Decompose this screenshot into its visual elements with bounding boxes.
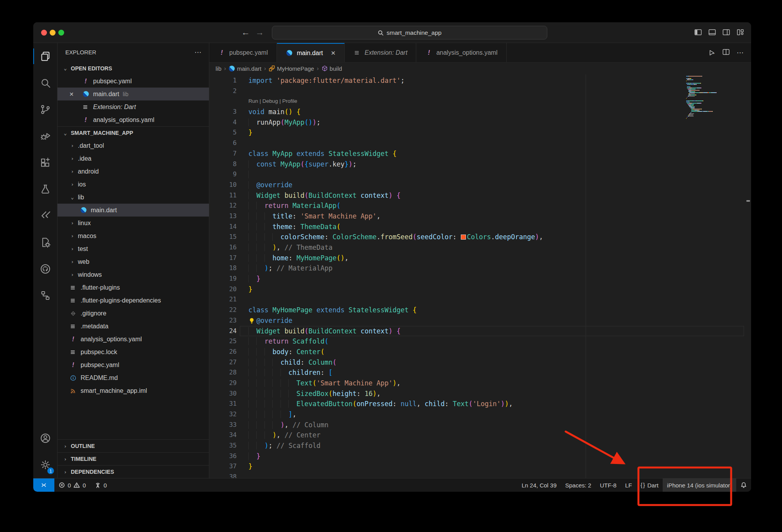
tree-item-pubspec.lock[interactable]: pubspec.lock bbox=[58, 346, 209, 358]
code-line-29[interactable]: 29 Text('Smart Machine App'), bbox=[209, 378, 751, 389]
status-device-selector[interactable]: iPhone 14 (ios simulator) bbox=[663, 478, 736, 492]
tree-item-windows[interactable]: ›windows bbox=[58, 268, 209, 281]
code-line-31[interactable]: 31 ElevatedButton(onPressed: null, child… bbox=[209, 399, 751, 409]
status-ports[interactable]: 0 bbox=[90, 478, 111, 492]
tab-main.dart[interactable]: main.dart✕ bbox=[277, 43, 345, 62]
code-editor[interactable]: 1import 'package:flutter/material.dart';… bbox=[209, 74, 751, 478]
open-editor-Extension: Dart[interactable]: Extension: Dart bbox=[58, 100, 209, 113]
toggle-primary-sidebar-icon[interactable] bbox=[694, 28, 703, 38]
code-line-38[interactable]: 38 bbox=[209, 472, 751, 478]
activity-explorer[interactable] bbox=[33, 43, 57, 70]
code-line-9[interactable]: 9 bbox=[209, 169, 751, 180]
run-file-icon[interactable]: ⌄ bbox=[707, 48, 715, 57]
status-indentation[interactable]: Spaces: 2 bbox=[561, 478, 596, 492]
activity-run-config[interactable] bbox=[33, 229, 57, 256]
breadcrumb-build[interactable]: build bbox=[322, 65, 342, 72]
zoom-window-button[interactable] bbox=[58, 30, 64, 36]
code-line-14[interactable]: 14 theme: ThemeData( bbox=[209, 222, 751, 232]
close-icon[interactable]: ✕ bbox=[331, 50, 336, 57]
status-eol[interactable]: LF bbox=[621, 478, 636, 492]
tab-Extension: Dart[interactable]: Extension: Dart bbox=[345, 43, 416, 62]
activity-github[interactable] bbox=[33, 256, 57, 282]
tree-item-README.md[interactable]: README.md bbox=[58, 371, 209, 384]
code-line-30[interactable]: 30 SizedBox(height: 16), bbox=[209, 389, 751, 399]
code-line-2[interactable]: 2 bbox=[209, 86, 751, 97]
project-section-header[interactable]: ⌄ SMART_MACHINE_APP bbox=[58, 126, 209, 139]
code-line-27[interactable]: 27 child: Column( bbox=[209, 357, 751, 368]
tree-item-pubspec.yaml[interactable]: !pubspec.yaml bbox=[58, 358, 209, 371]
code-line-17[interactable]: 17 home: MyHomePage(), bbox=[209, 253, 751, 263]
activity-source-control[interactable] bbox=[33, 96, 57, 123]
tree-item-macos[interactable]: ›macos bbox=[58, 229, 209, 242]
code-line-19[interactable]: 19 } bbox=[209, 274, 751, 284]
code-line-6[interactable]: 6 bbox=[209, 138, 751, 149]
navigate-back-button[interactable]: ← bbox=[241, 27, 250, 38]
tree-item-main.dart[interactable]: main.dart bbox=[58, 204, 209, 217]
tree-item-linux[interactable]: ›linux bbox=[58, 217, 209, 229]
navigate-forward-button[interactable]: → bbox=[255, 27, 264, 38]
close-window-button[interactable] bbox=[41, 30, 47, 36]
split-editor-icon[interactable] bbox=[722, 48, 730, 58]
status-remote-indicator[interactable] bbox=[33, 478, 54, 492]
open-editors-section-header[interactable]: ⌄ OPEN EDITORS bbox=[58, 62, 209, 75]
tree-item-smart_machine_app.iml[interactable]: smart_machine_app.iml bbox=[58, 384, 209, 397]
customize-layout-icon[interactable] bbox=[736, 28, 745, 38]
section-timeline[interactable]: ›TIMELINE bbox=[58, 452, 209, 465]
tree-item-.metadata[interactable]: .metadata bbox=[58, 320, 209, 333]
open-editor-main.dart[interactable]: ✕main.dartlib bbox=[58, 88, 209, 100]
tree-item-ios[interactable]: ›ios bbox=[58, 178, 209, 191]
tree-item-web[interactable]: ›web bbox=[58, 255, 209, 268]
tree-item-android[interactable]: ›android bbox=[58, 165, 209, 178]
code-line-37[interactable]: 37} bbox=[209, 461, 751, 472]
status-problems[interactable]: 00 bbox=[54, 478, 90, 492]
breadcrumb-main.dart[interactable]: main.dart bbox=[229, 65, 262, 72]
scrollbar-thumb[interactable] bbox=[746, 200, 750, 202]
tree-item-.flutter-plugins[interactable]: .flutter-plugins bbox=[58, 281, 209, 294]
code-line-21[interactable]: 21 bbox=[209, 294, 751, 305]
tree-item-analysis_options.yaml[interactable]: !analysis_options.yaml bbox=[58, 333, 209, 346]
more-actions-icon[interactable]: ⋯ bbox=[737, 48, 744, 57]
code-line-32[interactable]: 32 ], bbox=[209, 409, 751, 420]
code-line-11[interactable]: 11 Widget build(BuildContext context) { bbox=[209, 190, 751, 201]
explorer-more-actions-icon[interactable]: ⋯ bbox=[194, 48, 202, 57]
code-line-26[interactable]: 26 body: Center( bbox=[209, 347, 751, 357]
tree-item-.idea[interactable]: ›.idea bbox=[58, 152, 209, 165]
tree-item-.dart_tool[interactable]: ›.dart_tool bbox=[58, 139, 209, 152]
activity-testing[interactable] bbox=[33, 176, 57, 202]
activity-settings[interactable]: 1 bbox=[33, 451, 57, 478]
code-line-34[interactable]: 34 ), // Center bbox=[209, 430, 751, 441]
breadcrumb-lib[interactable]: lib bbox=[216, 65, 221, 72]
tree-item-test[interactable]: ›test bbox=[58, 242, 209, 255]
activity-accounts[interactable] bbox=[33, 425, 57, 451]
code-line-18[interactable]: 18 ); // MaterialApp bbox=[209, 263, 751, 274]
code-line-22[interactable]: 22class MyHomePage extends StatelessWidg… bbox=[209, 305, 751, 315]
code-line-23[interactable]: 23@override bbox=[209, 315, 751, 326]
code-line-3[interactable]: 3void main() { bbox=[209, 107, 751, 117]
command-center-search[interactable]: smart_machine_app bbox=[272, 26, 547, 39]
toggle-panel-icon[interactable] bbox=[708, 28, 717, 38]
activity-project-manager[interactable] bbox=[33, 282, 57, 309]
tree-item-lib[interactable]: ⌄lib bbox=[58, 191, 209, 204]
code-line-35[interactable]: 35 ); // Scaffold bbox=[209, 441, 751, 451]
code-line-12[interactable]: 12 return MaterialApp( bbox=[209, 201, 751, 211]
minimap[interactable] bbox=[686, 76, 746, 120]
code-line-20[interactable]: 20} bbox=[209, 284, 751, 295]
code-line-28[interactable]: 28 children: [ bbox=[209, 367, 751, 378]
tab-pubspec.yaml[interactable]: !pubspec.yaml bbox=[209, 43, 277, 62]
code-line-7[interactable]: 7class MyApp extends StatelessWidget { bbox=[209, 149, 751, 159]
code-line-25[interactable]: 25 return Scaffold( bbox=[209, 336, 751, 347]
codelens[interactable]: Run | Debug | Profile bbox=[209, 96, 751, 107]
minimize-window-button[interactable] bbox=[50, 30, 56, 36]
activity-extensions[interactable] bbox=[33, 149, 57, 176]
lightbulb-icon[interactable] bbox=[248, 315, 256, 326]
activity-search[interactable] bbox=[33, 70, 57, 96]
close-icon[interactable]: ✕ bbox=[69, 91, 74, 97]
toggle-secondary-sidebar-icon[interactable] bbox=[722, 28, 731, 38]
code-line-33[interactable]: 33 ), // Column bbox=[209, 420, 751, 430]
tab-analysis_options.yaml[interactable]: !analysis_options.yaml bbox=[416, 43, 507, 62]
activity-flutter[interactable] bbox=[33, 202, 57, 229]
code-line-13[interactable]: 13 title: 'Smart Machine App', bbox=[209, 211, 751, 222]
activity-run-and-debug[interactable] bbox=[33, 123, 57, 149]
tree-item-.flutter-plugins-dependencies[interactable]: .flutter-plugins-dependencies bbox=[58, 294, 209, 307]
open-editor-pubspec.yaml[interactable]: !pubspec.yaml bbox=[58, 75, 209, 88]
